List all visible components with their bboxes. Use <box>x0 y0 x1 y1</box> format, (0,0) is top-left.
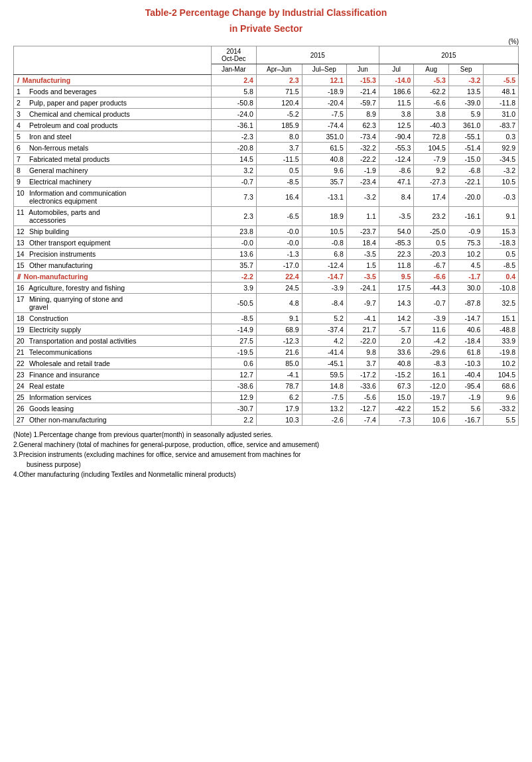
data-cell: -14.7 <box>448 313 484 324</box>
data-cell: 40.8 <box>379 358 414 369</box>
data-cell: 8.0 <box>256 131 302 143</box>
data-cell: -40.3 <box>414 120 449 131</box>
data-cell: -45.1 <box>302 358 346 369</box>
data-cell: -12.0 <box>414 381 449 392</box>
data-cell: 120.4 <box>256 97 302 109</box>
data-cell: -16.7 <box>448 414 484 426</box>
data-cell: -24.1 <box>346 283 379 294</box>
data-cell: -20.8 <box>211 143 256 154</box>
data-cell: -2.2 <box>211 271 256 283</box>
data-cell: 71.5 <box>256 86 302 97</box>
data-cell: 3.9 <box>211 283 256 294</box>
data-cell: 9.8 <box>346 347 379 358</box>
data-cell: -73.4 <box>346 131 379 143</box>
data-cell: -5.6 <box>346 392 379 403</box>
data-cell: -20.0 <box>448 188 484 207</box>
data-cell: -9.7 <box>346 294 379 313</box>
data-cell: -0.9 <box>448 226 484 237</box>
data-cell: 48.1 <box>484 86 519 97</box>
col-sub-sep: Sep <box>448 64 484 75</box>
data-cell: 9.5 <box>379 271 414 283</box>
data-cell: 17.9 <box>256 403 302 414</box>
data-cell: 15.2 <box>414 403 449 414</box>
row-label: 19 Electricity supply <box>14 324 212 336</box>
data-cell: -59.7 <box>346 97 379 109</box>
data-cell: -23.4 <box>346 176 379 188</box>
data-cell: -6.6 <box>414 97 449 109</box>
main-table: 2014Oct-Dec 2015 2015 Jan-Mar Apr–Jun Ju… <box>13 46 519 426</box>
data-cell: 61.8 <box>448 347 484 358</box>
data-cell: -5.5 <box>484 75 519 86</box>
data-cell: 30.0 <box>448 283 484 294</box>
data-cell: -0.0 <box>211 237 256 249</box>
data-cell: -14.7 <box>302 271 346 283</box>
data-cell: -36.1 <box>211 120 256 131</box>
data-cell: 3.7 <box>256 143 302 154</box>
data-cell: 104.5 <box>484 369 519 381</box>
data-cell: 9.6 <box>302 165 346 176</box>
data-cell: -0.0 <box>256 237 302 249</box>
data-cell: -3.9 <box>414 313 449 324</box>
data-cell: 22.3 <box>379 249 414 260</box>
row-label: 8 General machinery <box>14 165 212 176</box>
data-cell: 5.6 <box>448 403 484 414</box>
data-cell: -48.8 <box>484 324 519 336</box>
data-cell: 0.5 <box>256 165 302 176</box>
data-cell: 27.5 <box>211 336 256 347</box>
unit-label: (%) <box>13 38 519 45</box>
data-cell: -74.4 <box>302 120 346 131</box>
data-cell: -83.7 <box>484 120 519 131</box>
data-cell: 21.6 <box>256 347 302 358</box>
data-cell: -12.3 <box>256 336 302 347</box>
data-cell: -17.0 <box>256 260 302 271</box>
data-cell: -20.4 <box>302 97 346 109</box>
data-cell: -6.8 <box>448 165 484 176</box>
row-label: 18 Construction <box>14 313 212 324</box>
data-cell: -8.6 <box>379 165 414 176</box>
notes-section: (Note) 1.Percentage change from previous… <box>13 430 519 479</box>
row-label: 5 Iron and steel <box>14 131 212 143</box>
data-cell: -42.2 <box>379 403 414 414</box>
data-cell: -7.3 <box>379 414 414 426</box>
data-cell: 4.8 <box>256 294 302 313</box>
row-label: 26 Goods leasing <box>14 403 212 414</box>
data-cell: 2.4 <box>211 75 256 86</box>
data-cell: -87.8 <box>448 294 484 313</box>
data-cell: -15.2 <box>379 369 414 381</box>
data-cell: -50.8 <box>211 97 256 109</box>
data-cell: -55.1 <box>448 131 484 143</box>
data-cell: -2.6 <box>302 414 346 426</box>
data-cell: 68.6 <box>484 381 519 392</box>
data-cell: -33.6 <box>346 381 379 392</box>
data-cell: -15.3 <box>346 75 379 86</box>
data-cell: 85.0 <box>256 358 302 369</box>
data-cell: 0.3 <box>484 131 519 143</box>
data-cell: -19.7 <box>414 392 449 403</box>
data-cell: 104.5 <box>414 143 449 154</box>
page-title: Table-2 Percentage Change by Industrial … <box>13 7 519 35</box>
row-label: 25 Information services <box>14 392 212 403</box>
data-cell: 40.8 <box>302 154 346 165</box>
data-cell: 14.3 <box>379 294 414 313</box>
row-label: 11 Automobiles, parts and accessories <box>14 207 212 226</box>
data-cell: 9.1 <box>484 207 519 226</box>
row-label: 14 Precision instruments <box>14 249 212 260</box>
data-cell: 185.9 <box>256 120 302 131</box>
data-cell: -0.3 <box>484 188 519 207</box>
data-cell: 33.6 <box>379 347 414 358</box>
data-cell: -11.5 <box>256 154 302 165</box>
data-cell: 13.2 <box>302 403 346 414</box>
data-cell: 5.2 <box>302 313 346 324</box>
data-cell: 13.6 <box>211 249 256 260</box>
row-label: 4 Petroleum and coal products <box>14 120 212 131</box>
data-cell: 10.6 <box>414 414 449 426</box>
data-cell: 1.5 <box>346 260 379 271</box>
data-cell: -12.4 <box>302 260 346 271</box>
data-cell: 67.3 <box>379 381 414 392</box>
note-item: (Note) 1.Percentage change from previous… <box>13 430 519 440</box>
data-cell: 40.6 <box>448 324 484 336</box>
data-cell: -41.4 <box>302 347 346 358</box>
data-cell: 59.5 <box>302 369 346 381</box>
data-cell: 2.2 <box>211 414 256 426</box>
data-cell: 7.3 <box>211 188 256 207</box>
